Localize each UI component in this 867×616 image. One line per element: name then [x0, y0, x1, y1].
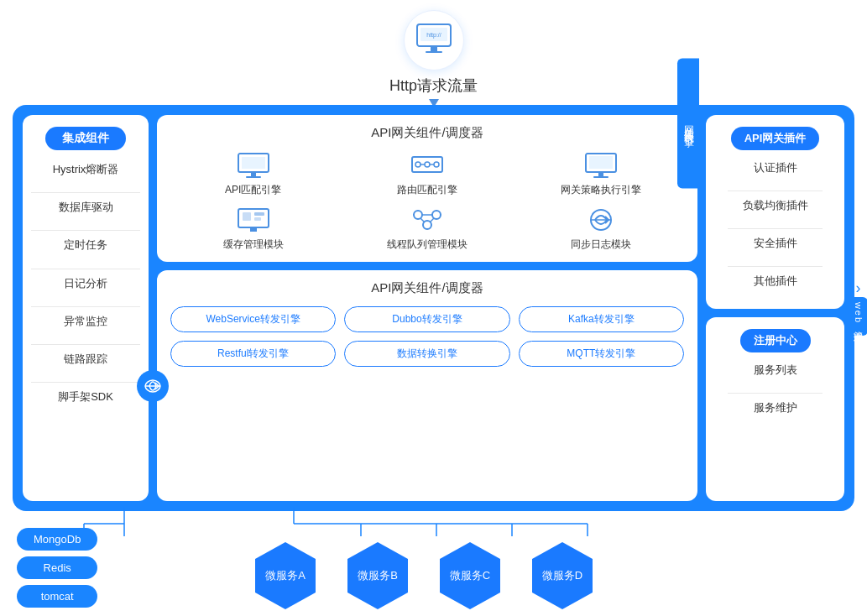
right-top-item-3: 其他插件 [754, 274, 797, 289]
middle-section: API网关组件/调度器 API匹配引擎 [157, 115, 697, 501]
bottom-section: MongoDb Redis tomcat 微服务A 微服务B 微服务C 微服务D [0, 507, 867, 616]
bottom-api-item-3: Restful转发引擎 [170, 341, 336, 367]
svg-rect-18 [589, 156, 613, 169]
bottom-services: 微服务A 微服务B 微服务C 微服务D [252, 542, 596, 609]
http-icon: http:// [404, 10, 464, 70]
api-label-4: 线程队列管理模块 [387, 238, 467, 252]
service-B: 微服务B [344, 542, 411, 609]
divider [31, 382, 140, 383]
right-bottom-item-1: 服务维护 [754, 400, 797, 415]
hex-D: 微服务D [529, 542, 596, 609]
left-item-4: 异常监控 [64, 314, 107, 329]
svg-rect-24 [254, 212, 264, 216]
left-item-1: 数据库驱动 [59, 200, 113, 215]
svg-rect-5 [426, 51, 442, 53]
side-badge-top: 网关插件执行引擎 [677, 59, 699, 189]
svg-line-32 [420, 218, 425, 222]
svg-rect-11 [412, 157, 442, 172]
http-label: Http请求流量 [389, 76, 478, 96]
bottom-api-item-4: 数据转换引擎 [344, 341, 509, 367]
api-label-2: 网关策略执行引擎 [561, 183, 641, 197]
divider [728, 393, 823, 394]
main-container: 集成组件 Hystrix熔断器 数据库驱动 定时任务 日记分析 异常监控 链路跟… [13, 105, 854, 511]
top-api-panel: API网关组件/调度器 API匹配引擎 [157, 115, 697, 262]
bottom-badge-2: tomcat [17, 585, 97, 608]
right-top-item-0: 认证插件 [754, 160, 797, 175]
left-item-0: Hystrix熔断器 [53, 162, 119, 177]
api-item-3: 缓存管理模块 [170, 206, 336, 252]
divider [728, 191, 823, 191]
svg-point-12 [415, 162, 420, 167]
connect-icon [137, 370, 169, 402]
bottom-api-item-2: Kafka转发引擎 [519, 306, 684, 332]
api-item-1: 路由匹配引擎 [344, 151, 509, 197]
svg-rect-7 [242, 157, 265, 169]
right-top-title: API网关插件 [731, 127, 820, 150]
api-label-3: 缓存管理模块 [223, 238, 284, 252]
api-item-5: 同步日志模块 [519, 206, 684, 252]
api-icon-0 [236, 151, 271, 180]
top-api-grid: API匹配引擎 路由匹配引擎 [170, 151, 684, 252]
service-A: 微服务A [252, 542, 319, 609]
left-panel: 集成组件 Hystrix熔断器 数据库驱动 定时任务 日记分析 异常监控 链路跟… [23, 115, 149, 501]
svg-rect-21 [593, 176, 608, 178]
left-panel-title: 集成组件 [45, 127, 126, 150]
right-section: API网关插件 认证插件 负载均衡插件 安全插件 其他插件 注册中心 服务列表 … [706, 115, 844, 501]
bottom-badge-1: Redis [17, 556, 97, 579]
divider [31, 192, 140, 193]
bottom-api-title: API网关组件/调度器 [170, 280, 684, 296]
bottom-left-badges: MongoDb Redis tomcat [17, 528, 97, 608]
svg-rect-9 [251, 172, 256, 176]
service-D: 微服务D [529, 542, 596, 609]
hex-B: 微服务B [344, 542, 411, 609]
divider [728, 266, 823, 267]
svg-rect-20 [598, 172, 603, 176]
bottom-badge-0: MongoDb [17, 528, 97, 551]
divider [31, 269, 140, 269]
svg-point-13 [425, 162, 430, 167]
api-icon-3 [236, 206, 271, 234]
svg-point-29 [432, 211, 441, 219]
left-item-2: 定时任务 [64, 238, 107, 253]
divider [728, 228, 823, 229]
bottom-api-grid: WebService转发引擎 Dubbo转发引擎 Kafka转发引擎 Restf… [170, 306, 684, 367]
right-bottom-panel: 注册中心 服务列表 服务维护 [706, 317, 844, 501]
svg-rect-27 [250, 227, 257, 232]
api-icon-2 [583, 151, 619, 180]
api-item-4: 线程队列管理模块 [344, 206, 509, 252]
svg-rect-25 [254, 217, 261, 221]
svg-rect-10 [246, 176, 261, 178]
top-api-title: API网关组件/调度器 [170, 125, 684, 141]
api-icon-4 [410, 206, 445, 234]
left-item-6: 脚手架SDK [58, 389, 113, 405]
bottom-api-item-5: MQTT转发引擎 [519, 341, 684, 367]
right-top-item-2: 安全插件 [754, 236, 797, 251]
svg-rect-23 [243, 212, 251, 221]
left-item-5: 链路跟踪 [64, 352, 107, 367]
right-bottom-item-0: 服务列表 [754, 363, 797, 378]
svg-text:http://: http:// [426, 32, 441, 39]
bottom-api-item-1: Dubbo转发引擎 [344, 306, 509, 332]
connector-lines [0, 507, 867, 536]
left-item-3: 日记分析 [64, 276, 107, 291]
http-section: http:// Http请求流量 [0, 0, 867, 107]
divider [31, 230, 140, 231]
divider [31, 344, 140, 345]
web-mgmt-badge: web管理界面 [849, 297, 867, 336]
service-C: 微服务C [436, 542, 504, 609]
divider [31, 306, 140, 307]
api-label-1: 路由匹配引擎 [397, 183, 457, 197]
svg-rect-4 [431, 46, 437, 51]
bottom-api-item-0: WebService转发引擎 [170, 306, 336, 332]
api-label-0: API匹配引擎 [225, 183, 281, 197]
api-icon-1 [410, 151, 445, 180]
right-top-panel: API网关插件 认证插件 负载均衡插件 安全插件 其他插件 [706, 115, 844, 309]
hex-A: 微服务A [252, 542, 319, 609]
bottom-api-panel: API网关组件/调度器 WebService转发引擎 Dubbo转发引擎 Kaf… [157, 270, 697, 501]
right-top-item-1: 负载均衡插件 [743, 198, 808, 213]
svg-point-14 [434, 162, 439, 167]
api-item-0: API匹配引擎 [170, 151, 336, 197]
api-icon-5 [583, 206, 619, 234]
api-item-2: 网关策略执行引擎 [519, 151, 684, 197]
hex-C: 微服务C [436, 542, 504, 609]
